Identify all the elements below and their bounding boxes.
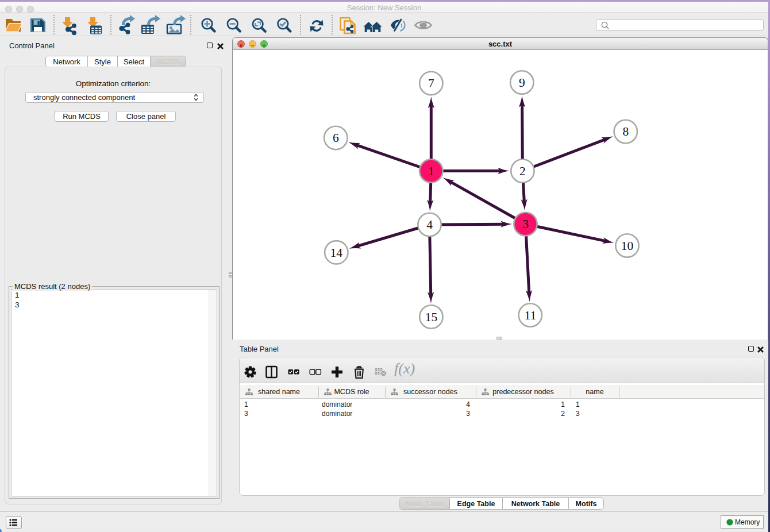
svg-text:7: 7 <box>428 76 434 90</box>
svg-text:11: 11 <box>524 309 536 322</box>
svg-text:2: 2 <box>519 164 526 178</box>
svg-text:8: 8 <box>622 125 629 138</box>
svg-text:1: 1 <box>428 164 434 178</box>
svg-text:15: 15 <box>425 310 438 324</box>
svg-text:9: 9 <box>519 76 525 90</box>
svg-text:6: 6 <box>333 131 339 145</box>
svg-text:4: 4 <box>426 218 433 232</box>
svg-text:10: 10 <box>621 239 634 253</box>
svg-text:14: 14 <box>330 246 343 260</box>
svg-text:3: 3 <box>522 217 529 231</box>
